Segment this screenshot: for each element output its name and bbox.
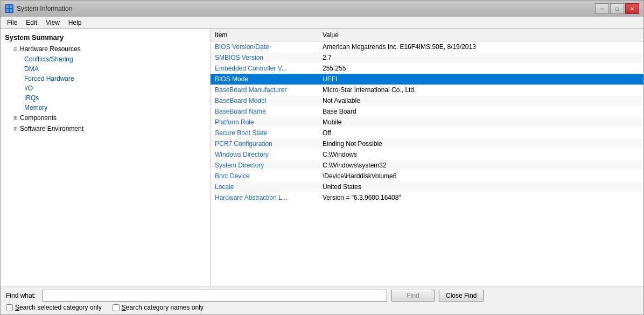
data-panel: Item Value BIOS Version/DateAmerican Meg… [211, 29, 643, 286]
conflicts-label: Conflicts/Sharing [24, 55, 73, 63]
expand-icon-hardware: ⊟ [11, 45, 20, 53]
sidebar-item-software-env[interactable]: ⊞ Software Environment [1, 123, 210, 134]
table-cell-value: UEFI [318, 74, 643, 85]
sidebar-item-memory[interactable]: Memory [1, 103, 210, 113]
table-cell-item: Hardware Abstraction L... [211, 192, 318, 203]
sidebar-item-dma[interactable]: DMA [1, 64, 210, 74]
table-row[interactable]: System DirectoryC:\Windows\system32 [211, 160, 643, 171]
sidebar-item-io[interactable]: I/O [1, 83, 210, 93]
system-summary-label: System Summary [5, 33, 64, 41]
menu-bar: FileEditViewHelp [1, 17, 643, 29]
hardware-resources-label: Hardware Resources [20, 45, 81, 53]
table-cell-value: 2.7 [318, 52, 643, 63]
table-row[interactable]: BIOS ModeUEFI [211, 74, 643, 85]
table-row[interactable]: Windows DirectoryC:\Windows [211, 149, 643, 160]
table-cell-item: BIOS Version/Date [211, 41, 318, 53]
title-bar-left: System Information [5, 4, 72, 13]
find-label: Find what: [6, 292, 38, 299]
svg-rect-3 [10, 9, 12, 12]
table-cell-item: SMBIOS Version [211, 52, 318, 63]
find-bar: Find what: Find Close Find Search select… [1, 286, 643, 314]
menu-item-edit[interactable]: Edit [22, 18, 41, 27]
find-row: Find what: Find Close Find [6, 290, 638, 302]
table-cell-item: Boot Device [211, 171, 318, 181]
sidebar-item-hardware-resources[interactable]: ⊟ Hardware Resources [1, 44, 210, 54]
table-cell-value: Mobile [318, 117, 643, 128]
table-cell-value: United States [318, 181, 643, 192]
table-row[interactable]: LocaleUnited States [211, 181, 643, 192]
table-cell-item: Platform Role [211, 117, 318, 128]
close-find-button[interactable]: Close Find [439, 290, 484, 302]
table-cell-value: American Megatrends Inc. E16F4IMS.50E, 8… [318, 41, 643, 53]
table-cell-item: Locale [211, 181, 318, 192]
forced-hardware-label: Forced Hardware [24, 75, 74, 82]
software-env-label: Software Environment [20, 125, 83, 132]
search-selected-checkbox[interactable] [6, 304, 13, 311]
close-button[interactable]: ✕ [625, 3, 639, 14]
table-row[interactable]: PCR7 ConfigurationBinding Not Possible [211, 138, 643, 149]
table-row[interactable]: Embedded Controller V...255.255 [211, 63, 643, 74]
table-cell-item: BaseBoard Manufacturer [211, 85, 318, 95]
table-cell-value: Micro-Star International Co., Ltd. [318, 85, 643, 95]
menu-item-view[interactable]: View [41, 18, 64, 27]
title-bar: System Information ─ □ ✕ [1, 1, 643, 17]
table-row[interactable]: BaseBoard ManufacturerMicro-Star Interna… [211, 85, 643, 95]
expand-icon-software: ⊞ [11, 124, 20, 133]
irqs-label: IRQs [24, 94, 39, 102]
data-table-wrapper[interactable]: Item Value BIOS Version/DateAmerican Meg… [211, 29, 643, 286]
table-row[interactable]: BaseBoard NameBase Board [211, 106, 643, 117]
table-row[interactable]: BIOS Version/DateAmerican Megatrends Inc… [211, 41, 643, 53]
find-input[interactable] [43, 290, 387, 302]
data-table: Item Value BIOS Version/DateAmerican Meg… [211, 29, 643, 203]
sidebar: System Summary ⊟ Hardware Resources Conf… [1, 29, 211, 286]
window-title: System Information [17, 5, 72, 12]
sidebar-item-irqs[interactable]: IRQs [1, 93, 210, 103]
checkbox-row: Search selected category only Search cat… [6, 304, 638, 311]
app-icon [5, 4, 13, 13]
table-cell-item: PCR7 Configuration [211, 138, 318, 149]
table-cell-value: Version = "6.3.9600.16408" [318, 192, 643, 203]
search-selected-checkbox-label[interactable]: Search selected category only [6, 304, 102, 311]
table-cell-item: BaseBoard Name [211, 106, 318, 117]
components-label: Components [20, 114, 57, 122]
sidebar-item-system-summary[interactable]: System Summary [1, 31, 210, 44]
svg-rect-0 [6, 5, 9, 8]
dma-label: DMA [24, 65, 39, 73]
svg-rect-2 [6, 9, 9, 12]
expand-icon-components: ⊞ [11, 114, 20, 122]
table-cell-item: Embedded Controller V... [211, 63, 318, 74]
sidebar-item-conflicts[interactable]: Conflicts/Sharing [1, 54, 210, 64]
table-cell-value: 255.255 [318, 63, 643, 74]
menu-item-help[interactable]: Help [64, 18, 86, 27]
minimize-button[interactable]: ─ [595, 3, 609, 14]
sidebar-item-components[interactable]: ⊞ Components [1, 113, 210, 123]
find-button[interactable]: Find [391, 290, 435, 302]
svg-rect-1 [10, 5, 12, 8]
main-content: System Summary ⊟ Hardware Resources Conf… [1, 29, 643, 286]
menu-item-file[interactable]: File [3, 18, 22, 27]
window-controls: ─ □ ✕ [595, 3, 639, 14]
table-cell-item: BaseBoard Model [211, 95, 318, 106]
table-row[interactable]: BaseBoard ModelNot Available [211, 95, 643, 106]
table-cell-item: Secure Boot State [211, 128, 318, 138]
table-row[interactable]: Boot Device\Device\HarddiskVolume6 [211, 171, 643, 181]
table-cell-item: System Directory [211, 160, 318, 171]
table-cell-value: C:\Windows [318, 149, 643, 160]
sidebar-item-forced-hardware[interactable]: Forced Hardware [1, 74, 210, 83]
table-row[interactable]: Platform RoleMobile [211, 117, 643, 128]
table-cell-value: Base Board [318, 106, 643, 117]
search-names-checkbox[interactable] [113, 304, 120, 311]
table-row[interactable]: Hardware Abstraction L...Version = "6.3.… [211, 192, 643, 203]
table-cell-value: Binding Not Possible [318, 138, 643, 149]
table-cell-value: Not Available [318, 95, 643, 106]
col-value: Value [318, 29, 643, 41]
table-row[interactable]: Secure Boot StateOff [211, 128, 643, 138]
main-window: System Information ─ □ ✕ FileEditViewHel… [0, 0, 644, 315]
search-names-checkbox-label[interactable]: Search category names only [113, 304, 204, 311]
memory-label: Memory [24, 104, 47, 111]
maximize-button[interactable]: □ [610, 3, 624, 14]
table-row[interactable]: SMBIOS Version2.7 [211, 52, 643, 63]
table-cell-value: Off [318, 128, 643, 138]
io-label: I/O [24, 85, 33, 92]
table-cell-item: BIOS Mode [211, 74, 318, 85]
